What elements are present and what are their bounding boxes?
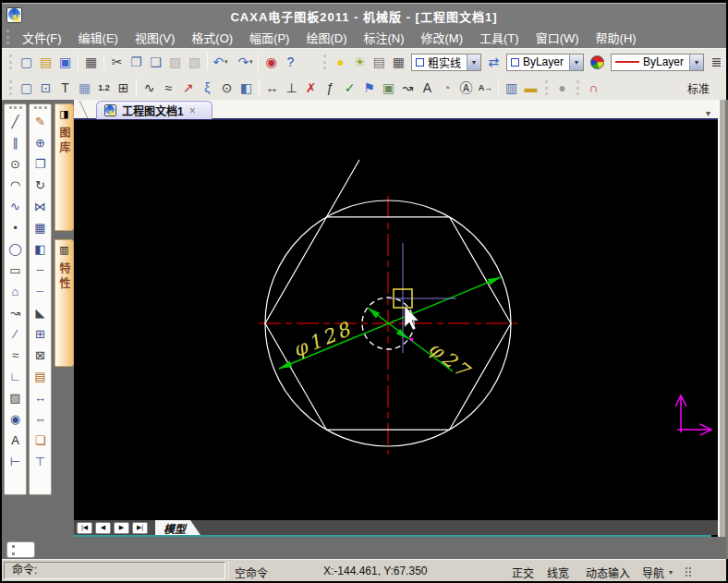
color-combo[interactable]: ByLayer	[506, 54, 584, 71]
dynamic-input-toggle[interactable]: 动态输入	[586, 565, 630, 580]
snap-magnet-icon[interactable]: ∩	[584, 79, 603, 97]
open-file-icon[interactable]: ▤	[36, 53, 55, 71]
ortho-toggle[interactable]: 正交	[512, 565, 534, 580]
paste-special-icon[interactable]: ▧	[185, 53, 204, 71]
zoom-window-icon[interactable]: ⊡	[36, 79, 55, 97]
tab-list-caret-icon[interactable]	[706, 103, 710, 120]
swap-dim-icon[interactable]: ⇔	[30, 408, 50, 430]
polygon-icon[interactable]: ⌂	[6, 281, 25, 302]
trim-icon[interactable]: ┄	[30, 260, 50, 281]
select-window-icon[interactable]: ▢	[17, 79, 36, 97]
formula-icon[interactable]: ƒ	[321, 79, 340, 97]
linetype-combo[interactable]: ByLayer	[611, 54, 704, 71]
undo-icon[interactable]: ↶	[211, 53, 230, 71]
navigation-caret-icon[interactable]	[669, 565, 673, 577]
text-edit-icon[interactable]: A	[418, 79, 437, 97]
circle-icon[interactable]: ⊙	[6, 153, 25, 175]
rectangle-icon[interactable]: ▭	[6, 260, 25, 281]
plot-layer-icon[interactable]: ▦	[389, 53, 408, 71]
new-file-icon[interactable]: ▢	[17, 53, 36, 71]
menu-tools[interactable]: 工具(T)	[471, 26, 528, 49]
toolbar-grip[interactable]	[323, 55, 326, 69]
extension-line[interactable]	[327, 160, 360, 217]
menubar-grip[interactable]	[6, 30, 9, 44]
brightness-icon[interactable]: ☀	[350, 53, 370, 71]
color-wheel-icon[interactable]	[590, 55, 604, 69]
dimension-27[interactable]: φ27	[368, 308, 475, 383]
array-icon[interactable]: ▦	[30, 217, 50, 238]
wave-curve-icon[interactable]: ∿	[140, 79, 159, 97]
sector-icon[interactable]: ◔	[437, 79, 456, 97]
parallel-line-icon[interactable]: ∥	[6, 132, 25, 153]
tab-library[interactable]: ◨ 图库	[55, 103, 74, 231]
line-icon[interactable]: ╱	[6, 111, 25, 132]
text-window-icon[interactable]: T	[55, 79, 75, 97]
navigation-toggle[interactable]: 导航	[642, 565, 664, 580]
menu-view[interactable]: 视图(V)	[127, 26, 183, 49]
frame-text-icon[interactable]: Ⓐ	[456, 79, 476, 97]
document-tab[interactable]: M 工程图文档1 ×	[96, 101, 212, 119]
properties-icon[interactable]: ▤	[30, 366, 50, 387]
ellipse-icon[interactable]: ◯	[6, 238, 25, 260]
layer-on-icon[interactable]: ●	[331, 53, 350, 71]
draw-toolbar-grip[interactable]	[9, 106, 22, 109]
viewport-grid-icon[interactable]: ▦	[75, 79, 94, 97]
e-seal-icon[interactable]: ◉	[261, 53, 281, 71]
print-icon[interactable]: ▦	[81, 53, 101, 71]
last-sheet-button[interactable]: ▶|	[132, 522, 148, 534]
hatch-icon[interactable]: ▨	[6, 387, 25, 408]
move-icon[interactable]: ⊕	[30, 132, 50, 153]
scale-icon[interactable]: ⊞	[30, 323, 50, 345]
inspect-icon[interactable]: ⊙	[217, 79, 237, 97]
modify-toolbar-grip[interactable]	[34, 106, 47, 109]
tab-close-icon[interactable]: ×	[189, 104, 196, 117]
lineweight-toggle[interactable]: 线宽	[547, 565, 569, 580]
tab-properties[interactable]: ▥ 特性	[55, 239, 74, 367]
datum-flag-icon[interactable]: ⚑	[359, 79, 379, 97]
menu-format[interactable]: 格式(O)	[183, 26, 241, 49]
stretch-icon[interactable]: ◧	[30, 238, 50, 260]
color-combo-caret-icon[interactable]	[569, 55, 583, 70]
prev-sheet-button[interactable]: ◀	[95, 522, 111, 534]
command-input[interactable]: 命令:	[4, 562, 225, 579]
mirror-icon[interactable]: ⋈	[30, 196, 50, 217]
display-panel-icon[interactable]: ▥	[502, 79, 521, 97]
rotate-icon[interactable]: ↻	[30, 175, 50, 196]
menu-sheet[interactable]: 幅面(P)	[241, 26, 297, 49]
style-manager-icon[interactable]: ≣	[707, 53, 726, 71]
layer-combo[interactable]: 粗实线	[411, 54, 481, 71]
break-curve-icon[interactable]: ✗	[301, 79, 321, 97]
format-brush-icon[interactable]: ❏	[30, 430, 50, 451]
save-file-icon[interactable]: ▣	[55, 53, 75, 71]
text-arrow-icon[interactable]: A→	[476, 79, 495, 97]
tolerance-icon[interactable]: ⊤	[30, 451, 50, 472]
fill-icon[interactable]: ◉	[6, 408, 25, 430]
spline-icon[interactable]: ∿	[6, 196, 25, 217]
table-icon[interactable]: ⊞	[114, 79, 133, 97]
check-icon[interactable]: ✓	[340, 79, 359, 97]
point-icon[interactable]: •	[6, 217, 25, 238]
bisector-icon[interactable]: ∕	[6, 323, 25, 345]
ruler-icon[interactable]: ▬	[521, 79, 540, 97]
paste-icon[interactable]: ▨	[165, 53, 185, 71]
leader-icon[interactable]: ↝	[398, 79, 418, 97]
layer-transfer-icon[interactable]: ⇄	[484, 53, 504, 71]
spline-node-icon[interactable]: ξ	[198, 79, 217, 97]
toolbar-grip[interactable]	[9, 55, 12, 69]
offset-icon[interactable]: ≈	[6, 345, 25, 366]
text-icon[interactable]: A	[6, 430, 25, 451]
redo-icon[interactable]: ↷	[236, 53, 255, 71]
explode-icon[interactable]: ⊠	[30, 345, 50, 366]
cut-icon[interactable]: ✂	[107, 53, 127, 71]
fill-style-icon[interactable]: ◧	[237, 79, 256, 97]
coordinates-icon[interactable]: ∟	[6, 366, 25, 387]
pointer-icon[interactable]: ↗	[178, 79, 198, 97]
copy-icon[interactable]: ❐	[127, 53, 146, 71]
linetype-combo-caret-icon[interactable]	[689, 55, 703, 70]
dimension-icon[interactable]: ⊢	[6, 451, 25, 472]
drawing-canvas[interactable]: φ128 φ27	[74, 120, 718, 520]
chamfer-icon[interactable]: ◣	[30, 302, 50, 323]
layer-lock-icon[interactable]: ▤	[370, 53, 389, 71]
first-sheet-button[interactable]: |◀	[77, 522, 92, 534]
edit-dim-icon[interactable]: ↔	[30, 387, 50, 408]
